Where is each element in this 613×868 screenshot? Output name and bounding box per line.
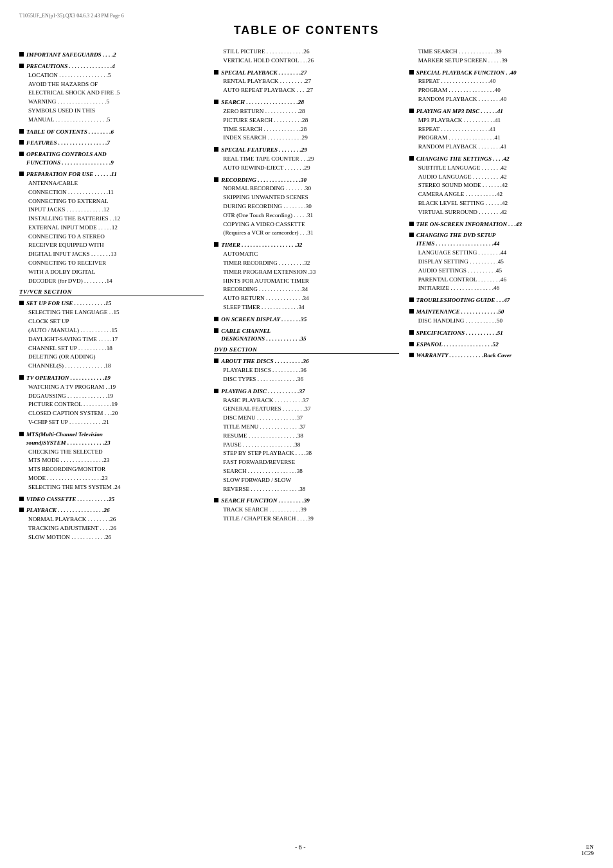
toc-section-header: WARRANTY . . . . . . . . . . . .Back Cov… [409, 351, 594, 360]
toc-entry: TIME SEARCH . . . . . . . . . . . . .39 [409, 48, 594, 57]
toc-section-header: OPERATING CONTROLS AND FUNCTIONS . . . .… [19, 150, 204, 167]
toc-entry: INDEX SEARCH . . . . . . . . . . . .29 [214, 134, 398, 143]
toc-entry: SELECTING THE MTS SYSTEM .24 [19, 483, 204, 492]
toc-entry: BASIC PLAYBACK . . . . . . . . . .37 [214, 396, 398, 405]
toc-entry: AUDIO SETTINGS . . . . . . . . . .45 [409, 267, 594, 276]
toc-entry: RANDOM PLAYBACK . . . . . . . .40 [409, 95, 594, 104]
bullet-icon [214, 498, 218, 502]
bullet-icon [19, 301, 24, 305]
toc-entry: LOCATION . . . . . . . . . . . . . . . .… [19, 71, 204, 80]
col-2: STILL PICTURE . . . . . . . . . . . . .2… [214, 48, 398, 542]
toc-section-header: TIMER . . . . . . . . . . . . . . . . . … [214, 241, 398, 249]
bullet-icon [19, 129, 24, 134]
toc-section-header: MTS(Multi-Channel Television sound)SYSTE… [19, 430, 204, 447]
toc-entry: MP3 PLAYBACK . . . . . . . . . . .41 [409, 116, 594, 125]
toc-entry: ZERO RETURN . . . . . . . . . . . .28 [214, 107, 398, 116]
bullet-icon [409, 70, 414, 75]
toc-entry: PROGRAM . . . . . . . . . . . . . . . .4… [409, 86, 594, 95]
toc-entry: TITLE / CHAPTER SEARCH . . . .39 [214, 515, 398, 524]
toc-entry: AVOID THE HAZARDS OF ELECTRICAL SHOCK AN… [19, 80, 204, 98]
toc-entry: SLOW FORWARD / SLOW REVERSE . . . . . . … [214, 476, 398, 494]
toc-entry: INITIARIZE . . . . . . . . . . . . . . .… [409, 284, 594, 293]
toc-entry: TRACK SEARCH . . . . . . . . . . .39 [214, 506, 398, 515]
toc-section-header: PLAYBACK . . . . . . . . . . . . . . . .… [19, 506, 204, 515]
toc-entry: SLOW MOTION . . . . . . . . . . . .26 [19, 533, 204, 542]
toc-entry: EXTERNAL INPUT MODE . . . . .12 [19, 224, 204, 233]
toc-entry: DISC HANDLING . . . . . . . . . . .50 [409, 317, 594, 326]
bullet-icon [19, 64, 24, 68]
toc-section-header: SPECIAL PLAYBACK FUNCTION . .40 [409, 69, 594, 77]
bullet-icon [409, 233, 414, 237]
bullet-icon [409, 353, 414, 357]
bullet-icon [214, 359, 218, 363]
toc-section-header: SET UP FOR USE . . . . . . . . . . .15 [19, 299, 204, 308]
footer-code: 1C29 [581, 850, 594, 856]
toc-entry: RENTAL PLAYBACK . . . . . . . . .27 [214, 77, 398, 86]
bullet-icon [214, 147, 218, 152]
toc-entry: AUTOMATIC TIMER RECORDING . . . . . . . … [214, 250, 398, 268]
bullet-icon [19, 52, 24, 57]
toc-entry: RESUME . . . . . . . . . . . . . . . . .… [214, 432, 398, 441]
toc-entry: TRACKING ADJUSTMENT . . . .26 [19, 524, 204, 533]
toc-entry: LANGUAGE SETTING . . . . . . . .44 [409, 249, 594, 258]
bullet-icon [214, 389, 218, 393]
toc-entry: DELETING (OR ADDING) CHANNEL(S) . . . . … [19, 353, 204, 371]
toc-section-header: SEARCH FUNCTION . . . . . . . . .39 [214, 497, 398, 505]
page-footer: - 6 - EN 1C29 [0, 844, 613, 856]
toc-section-header: PLAYING AN MP3 DISC . . . . . .41 [409, 107, 594, 116]
bullet-icon [409, 309, 414, 314]
bullet-icon [19, 375, 24, 380]
bullet-icon [214, 100, 218, 104]
toc-entry: AUTO RETURN . . . . . . . . . . . . .34 [214, 294, 398, 303]
toc-section-header: FEATURES . . . . . . . . . . . . . . . .… [19, 139, 204, 147]
toc-entry: WARNING . . . . . . . . . . . . . . . . … [19, 98, 204, 107]
toc-section-header: IMPORTANT SAFEGUARDS . . . .2 [19, 51, 204, 59]
toc-entry: DEGAUSSING . . . . . . . . . . . . . .19 [19, 392, 204, 401]
toc-entry: PICTURE SEARCH . . . . . . . . . .28 [214, 116, 398, 125]
toc-entry: NORMAL PLAYBACK . . . . . . . .26 [19, 515, 204, 524]
toc-section-header: TV OPERATION . . . . . . . . . . . .19 [19, 374, 204, 382]
bullet-icon [214, 70, 218, 75]
bullet-icon [409, 156, 414, 161]
toc-entry: CHECKING THE SELECTED MTS MODE . . . . .… [19, 448, 204, 466]
bullet-icon [409, 222, 414, 226]
toc-section-header: TROUBLESHOOTING GUIDE . . .47 [409, 296, 594, 305]
toc-entry: REPEAT . . . . . . . . . . . . . . . . .… [409, 125, 594, 134]
toc-section-header: ON SCREEN DISPLAY . . . . . . .35 [214, 315, 398, 324]
toc-entry: AUDIO LANGUAGE . . . . . . . . . .42 [409, 173, 594, 182]
bullet-icon [409, 109, 414, 113]
bullet-icon [214, 317, 218, 321]
bullet-icon [409, 330, 414, 335]
toc-section-header: SPECIAL FEATURES . . . . . . . .29 [214, 146, 398, 154]
toc-entry: CLOSED CAPTION SYSTEM . . .20 [19, 409, 204, 418]
toc-entry: DISC TYPES . . . . . . . . . . . . . .36 [214, 375, 398, 384]
toc-entry: SLEEP TIMER . . . . . . . . . . . . .34 [214, 303, 398, 312]
toc-section-header: ESPAÑOL . . . . . . . . . . . . . . . . … [409, 341, 594, 349]
bullet-icon [214, 242, 218, 247]
toc-section-header: TABLE OF CONTENTS . . . . . . . .6 [19, 128, 204, 136]
toc-entry: STILL PICTURE . . . . . . . . . . . . .2… [214, 48, 398, 57]
toc-entry: REPEAT . . . . . . . . . . . . . . . . .… [409, 77, 594, 86]
toc-entry: DAYLIGHT-SAVING TIME . . . . .17 [19, 335, 204, 344]
toc-section-header: CHANGING THE SETTINGS . . . .42 [409, 155, 594, 163]
section-divider: DVD SECTION [214, 346, 398, 354]
toc-entry: OTR (One Touch Recording) . . . . .31 [214, 211, 398, 220]
toc-section-header: MAINTENANCE . . . . . . . . . . . . .50 [409, 308, 594, 316]
toc-entry: VIRTUAL SURROUND . . . . . . . .42 [409, 208, 594, 217]
toc-entry: MARKER SETUP SCREEN . . . . .39 [409, 57, 594, 66]
toc-entry: CAMERA ANGLE . . . . . . . . . . .42 [409, 190, 594, 199]
bullet-icon [19, 508, 24, 512]
toc-entry: PARENTAL CONTROL . . . . . . . .46 [409, 276, 594, 285]
toc-entry: BLACK LEVEL SETTING . . . . . .42 [409, 199, 594, 208]
toc-entry: AUTO REPEAT PLAYBACK . . . .27 [214, 86, 398, 95]
toc-entry: TIMER PROGRAM EXTENSION .33 [214, 268, 398, 277]
col-3: TIME SEARCH . . . . . . . . . . . . .39M… [409, 48, 594, 542]
toc-section-header: CHANGING THE DVD SETUP ITEMS . . . . . .… [409, 231, 594, 248]
toc-entry: WATCHING A TV PROGRAM . .19 [19, 383, 204, 392]
toc-section-header: PLAYING A DISC . . . . . . . . . . .37 [214, 387, 398, 396]
toc-entry: NORMAL RECORDING . . . . . . .30 [214, 184, 398, 193]
bullet-icon [409, 297, 414, 302]
toc-section-header: CABLE CHANNEL DESIGNATIONS . . . . . . .… [214, 327, 398, 344]
toc-entry: SELECTING THE LANGUAGE . .15 [19, 308, 204, 317]
toc-section-header: SPECIAL PLAYBACK . . . . . . . .27 [214, 69, 398, 77]
